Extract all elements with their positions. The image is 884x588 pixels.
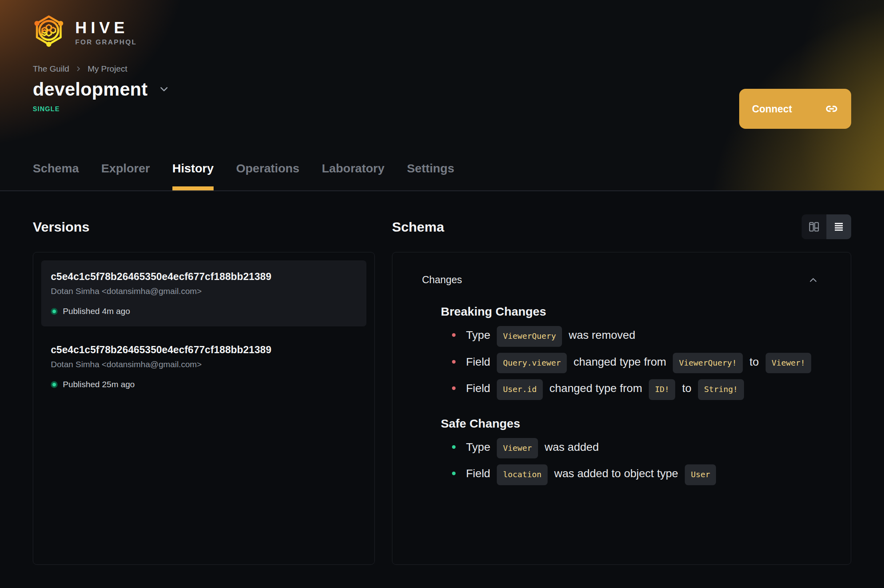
target-header: development SINGLE — [33, 78, 851, 113]
change-text: Field — [466, 356, 493, 368]
collapse-changes-button[interactable] — [808, 274, 819, 286]
change-text: was added — [542, 441, 599, 453]
breaking-bullet-icon — [452, 333, 456, 337]
hive-logo-icon — [33, 14, 65, 51]
tab-label: Schema — [33, 162, 79, 175]
brand-name: HIVE — [75, 19, 137, 36]
published-status-icon — [51, 381, 58, 388]
code-chip: ViewerQuery — [497, 326, 562, 347]
chevron-right-icon — [75, 65, 82, 72]
tab-label: History — [172, 162, 214, 175]
breadcrumb: The Guild My Project — [33, 64, 851, 74]
changes-panel-header: Changes — [422, 274, 819, 286]
schema-section: Schema — [392, 214, 851, 565]
code-chip: String! — [698, 379, 744, 400]
change-item: Type Viewer was added — [452, 437, 819, 459]
tab-label: Laboratory — [322, 162, 385, 175]
versions-list: c5e4c1c5f78b26465350e4ecf677cf188bb21389… — [33, 252, 375, 565]
change-text: Field — [466, 382, 493, 394]
brand: HIVE FOR GRAPHQL — [33, 14, 851, 51]
versions-section: Versions c5e4c1c5f78b26465350e4ecf677cf1… — [33, 214, 375, 565]
active-tab-indicator — [172, 186, 214, 190]
main-content: Versions c5e4c1c5f78b26465350e4ecf677cf1… — [0, 191, 884, 565]
schema-heading: Schema — [392, 219, 444, 235]
diff-view-button[interactable] — [802, 214, 826, 239]
code-chip: ID! — [649, 379, 675, 400]
code-chip: Viewer! — [766, 353, 811, 374]
change-section-breaking: Breaking ChangesType ViewerQuery was rem… — [441, 305, 819, 400]
chevron-up-icon — [808, 274, 819, 286]
list-view-icon — [833, 221, 845, 233]
code-chip: location — [497, 464, 547, 485]
change-text: changed type from — [546, 382, 645, 394]
version-hash: c5e4c1c5f78b26465350e4ecf677cf188bb21389 — [51, 271, 357, 282]
tab-history[interactable]: History — [172, 162, 214, 190]
code-chip: User — [685, 464, 716, 485]
change-text: Type — [466, 329, 493, 341]
breaking-bullet-icon — [452, 360, 456, 364]
version-hash: c5e4c1c5f78b26465350e4ecf677cf188bb21389 — [51, 344, 357, 356]
change-list: Type ViewerQuery was removed Field Query… — [441, 325, 819, 400]
tab-settings[interactable]: Settings — [407, 162, 454, 190]
site-header: HIVE FOR GRAPHQL The Guild My Project de… — [0, 0, 884, 191]
version-status: Published 25m ago — [51, 380, 357, 389]
version-status: Published 4m ago — [51, 306, 357, 316]
hive-app: HIVE FOR GRAPHQL The Guild My Project de… — [0, 0, 884, 588]
code-chip: Viewer — [497, 438, 538, 459]
tab-laboratory[interactable]: Laboratory — [322, 162, 385, 190]
list-view-button[interactable] — [826, 214, 851, 239]
version-list-item[interactable]: c5e4c1c5f78b26465350e4ecf677cf188bb21389… — [41, 334, 366, 400]
version-author: Dotan Simha <dotansimha@gmail.com> — [51, 360, 357, 369]
change-text: to — [746, 356, 762, 368]
version-published-text: Published 4m ago — [63, 306, 130, 316]
change-section-safe: Safe ChangesType Viewer was added Field … — [441, 417, 819, 485]
chevron-down-icon[interactable] — [158, 83, 170, 95]
safe-bullet-icon — [452, 445, 456, 449]
connect-button[interactable]: Connect — [739, 89, 851, 129]
code-chip: User.id — [497, 379, 542, 400]
changes-panel-title: Changes — [422, 274, 462, 286]
change-item: Field User.id changed type from ID! to S… — [452, 378, 819, 400]
breaking-bullet-icon — [452, 386, 456, 390]
code-chip: ViewerQuery! — [673, 353, 743, 374]
change-item: Field location was added to object type … — [452, 463, 819, 485]
versions-heading: Versions — [33, 219, 90, 235]
change-text: Field — [466, 467, 493, 480]
breadcrumb-org[interactable]: The Guild — [33, 64, 69, 74]
version-author: Dotan Simha <dotansimha@gmail.com> — [51, 286, 357, 296]
columns-view-icon — [808, 221, 820, 233]
brand-subtitle: FOR GRAPHQL — [75, 38, 137, 46]
change-text: Type — [466, 441, 493, 453]
version-list-item[interactable]: c5e4c1c5f78b26465350e4ecf677cf188bb21389… — [41, 260, 366, 326]
published-status-icon — [51, 308, 58, 315]
link-icon — [825, 102, 838, 116]
tab-operations[interactable]: Operations — [236, 162, 299, 190]
brand-text: HIVE FOR GRAPHQL — [75, 19, 137, 46]
change-list: Type Viewer was added Field location was… — [441, 437, 819, 485]
change-section-title: Safe Changes — [441, 417, 819, 430]
change-text: to — [679, 382, 694, 394]
changes-panel: Changes Breaking ChangesType ViewerQuery… — [392, 252, 851, 565]
tab-label: Operations — [236, 162, 299, 175]
tab-label: Settings — [407, 162, 454, 175]
change-text: changed type from — [570, 356, 669, 368]
tab-explorer[interactable]: Explorer — [101, 162, 150, 190]
change-text: was added to object type — [551, 467, 681, 480]
view-toggle — [802, 214, 851, 239]
change-section-title: Breaking Changes — [441, 305, 819, 318]
breadcrumb-project[interactable]: My Project — [88, 64, 127, 74]
version-published-text: Published 25m ago — [63, 380, 135, 389]
change-item: Field Query.viewer changed type from Vie… — [452, 352, 819, 374]
safe-bullet-icon — [452, 472, 456, 475]
change-text: was removed — [566, 329, 635, 341]
connect-button-label: Connect — [752, 103, 792, 115]
tab-label: Explorer — [101, 162, 150, 175]
change-item: Type ViewerQuery was removed — [452, 325, 819, 347]
code-chip: Query.viewer — [497, 353, 567, 374]
tab-bar: Schema Explorer History Operations Labor… — [33, 162, 884, 190]
page-title: development — [33, 78, 148, 100]
tab-schema[interactable]: Schema — [33, 162, 79, 190]
target-type-badge: SINGLE — [33, 106, 851, 113]
changes-body: Breaking ChangesType ViewerQuery was rem… — [422, 305, 819, 485]
